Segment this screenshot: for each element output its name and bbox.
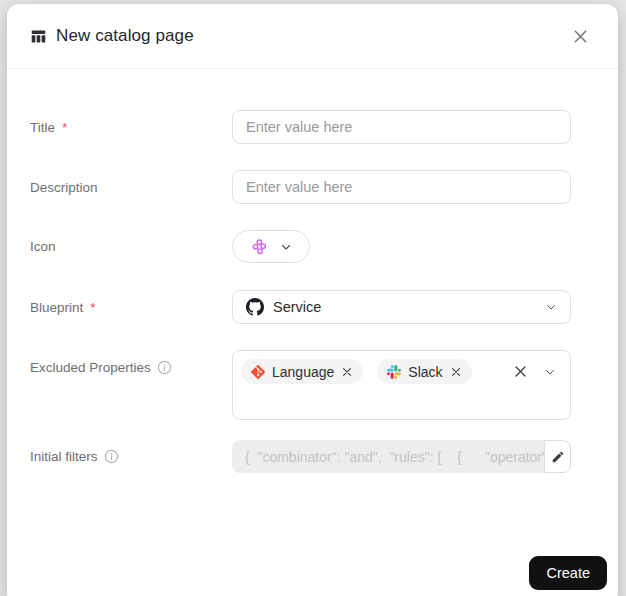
required-marker: * bbox=[90, 300, 95, 315]
required-marker: * bbox=[62, 120, 67, 135]
multiselect-controls bbox=[514, 359, 558, 384]
chevron-down-icon[interactable] bbox=[544, 366, 556, 378]
blueprint-select[interactable]: Service bbox=[232, 290, 571, 324]
icon-picker-button[interactable] bbox=[232, 230, 310, 263]
excluded-properties-multiselect[interactable]: Language bbox=[232, 350, 571, 420]
git-icon bbox=[251, 365, 265, 379]
description-field-row: Description bbox=[30, 170, 571, 204]
chip-slack: Slack bbox=[377, 359, 471, 384]
excluded-properties-label: Excluded Properties bbox=[30, 360, 232, 375]
initial-filters-field-row: Initial filters { "combinator": "and", "… bbox=[30, 440, 571, 473]
description-input[interactable] bbox=[232, 170, 571, 204]
remove-x-icon bbox=[342, 367, 352, 377]
title-label: Title* bbox=[30, 120, 232, 135]
slack-icon bbox=[387, 365, 401, 379]
blueprint-label: Blueprint* bbox=[30, 300, 232, 315]
dialog-header: New catalog page bbox=[7, 4, 618, 69]
chip-remove-button[interactable] bbox=[341, 366, 353, 378]
remove-x-icon bbox=[451, 367, 461, 377]
title-input[interactable] bbox=[232, 110, 571, 144]
clear-x-icon bbox=[514, 365, 527, 378]
blueprint-field-row: Blueprint* Service bbox=[30, 290, 571, 324]
blueprint-value: Service bbox=[273, 299, 321, 315]
clear-all-button[interactable] bbox=[514, 365, 527, 378]
chip-language: Language bbox=[241, 359, 363, 384]
create-button[interactable]: Create bbox=[529, 556, 607, 590]
dialog-title-group: New catalog page bbox=[30, 26, 194, 46]
chip-label: Language bbox=[272, 364, 334, 380]
catalog-table-icon bbox=[30, 28, 47, 45]
chip-remove-button[interactable] bbox=[450, 366, 462, 378]
edit-filters-button[interactable] bbox=[544, 440, 571, 473]
title-field-row: Title* bbox=[30, 110, 571, 144]
initial-filters-label: Initial filters bbox=[30, 449, 232, 464]
initial-filters-value: { "combinator": "and", "rules": [ { "ope… bbox=[232, 440, 544, 473]
initial-filters-field: { "combinator": "and", "rules": [ { "ope… bbox=[232, 440, 571, 473]
chevron-down-icon bbox=[280, 241, 292, 253]
new-catalog-page-dialog: New catalog page Title* Description Icon bbox=[7, 4, 618, 596]
chevron-down-icon bbox=[545, 301, 557, 313]
excluded-properties-field-row: Excluded Properties Language bbox=[30, 350, 571, 420]
chip-label: Slack bbox=[408, 364, 442, 380]
microservices-cluster-icon bbox=[250, 238, 268, 256]
info-icon[interactable] bbox=[104, 449, 119, 464]
pencil-icon bbox=[551, 450, 565, 464]
dialog-title: New catalog page bbox=[56, 26, 194, 46]
icon-field-row: Icon bbox=[30, 230, 571, 263]
description-label: Description bbox=[30, 180, 232, 195]
info-icon[interactable] bbox=[157, 360, 172, 375]
close-button[interactable] bbox=[569, 25, 592, 48]
selected-chips: Language bbox=[241, 359, 472, 384]
close-icon bbox=[573, 29, 588, 44]
github-icon bbox=[246, 298, 264, 316]
icon-label: Icon bbox=[30, 239, 232, 254]
